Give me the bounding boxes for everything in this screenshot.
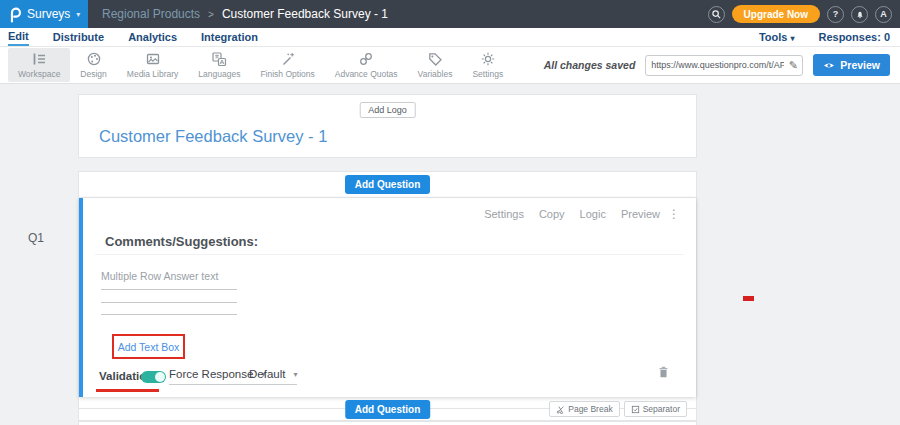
palette-icon [86,51,102,67]
survey-column: Add Logo Customer Feedback Survey - 1 Ad… [78,94,697,425]
survey-url-field[interactable]: https://www.questionpro.com/t/APNrfZ ✎ [645,55,803,76]
image-icon [145,51,161,67]
add-logo-button[interactable]: Add Logo [359,102,416,118]
breadcrumb: Regional Products > Customer Feedback Su… [102,7,388,21]
toolbar-right: All changes saved https://www.questionpr… [544,54,900,76]
question-settings-link[interactable]: Settings [484,208,524,220]
toolbar-item-languages[interactable]: Languages [188,48,250,82]
chevron-down-icon: ▾ [790,34,794,43]
trash-icon [657,364,670,379]
separator-button[interactable]: Separator [624,401,687,417]
answer-row-1[interactable] [101,289,237,290]
checkbox-icon [631,405,640,414]
wand-icon [280,51,296,67]
toolbar-item-settings[interactable]: Settings [462,48,513,82]
question-menu: Settings Copy Logic Preview [484,208,660,220]
breadcrumb-survey-name: Customer Feedback Survey - 1 [222,7,388,21]
chevron-down-icon: ▾ [76,10,80,19]
top-bar: Surveys ▾ Regional Products > Customer F… [0,0,900,28]
toolbar-item-variables[interactable]: Variables [408,48,463,82]
annotation-red-dash [743,296,754,301]
question-text[interactable]: Comments/Suggestions: [105,234,258,249]
notifications-button[interactable] [851,6,868,23]
toolbar-item-advance-quotas[interactable]: Advance Quotas [325,48,408,82]
section-footer: Add Question Page Break [79,397,696,420]
toolbar-item-finish-options[interactable]: Finish Options [250,48,324,82]
toolbar-items: Workspace Design Media Library [0,48,513,82]
breadcrumb-folder[interactable]: Regional Products [102,7,200,21]
nav-right: Tools ▾ Responses: 0 [759,31,890,43]
tab-analytics[interactable]: Analytics [128,28,177,46]
tab-integration[interactable]: Integration [201,28,258,46]
question-card: Settings Copy Logic Preview ⋮ Comments/S… [79,198,696,397]
preview-button[interactable]: Preview [813,54,890,76]
default-dropdown[interactable]: Default ▾ [249,368,297,385]
question-logic-link[interactable]: Logic [580,208,606,220]
question-preview-link[interactable]: Preview [621,208,660,220]
product-switcher[interactable]: Surveys ▾ [0,0,88,28]
annotation-red-underline [96,389,159,392]
breadcrumb-separator: > [208,9,214,20]
search-icon [712,10,721,19]
survey-url: https://www.questionpro.com/t/APNrfZ [646,60,784,70]
tab-distribute[interactable]: Distribute [53,28,104,46]
bell-icon [855,9,865,19]
answer-placeholder[interactable]: Multiple Row Answer text [101,270,218,282]
survey-canvas: Q1 Add Logo Customer Feedback Survey - 1… [0,84,900,425]
answer-row-3[interactable] [101,314,237,315]
question-divider [95,254,684,255]
delete-question-button[interactable] [657,364,670,383]
question-section: Add Question Settings Copy Logic Preview… [78,171,697,421]
tools-menu[interactable]: Tools ▾ [759,31,795,43]
next-section-edge [78,421,697,425]
save-status: All changes saved [544,59,636,71]
survey-nav: Edit Distribute Analytics Integration To… [0,28,900,46]
survey-title[interactable]: Customer Feedback Survey - 1 [99,127,327,146]
edit-url-icon[interactable]: ✎ [784,59,802,72]
editor-toolbar: Workspace Design Media Library [0,46,900,84]
add-text-box-link[interactable]: Add Text Box [118,341,180,353]
links-icon [358,51,374,67]
footer-buttons: Page Break Separator [549,401,687,417]
more-options-icon[interactable]: ⋮ [668,207,680,221]
toggle-knob [155,372,165,382]
survey-header-card: Add Logo Customer Feedback Survey - 1 [78,94,697,158]
questionpro-logo-icon [9,6,22,23]
tab-edit[interactable]: Edit [8,28,29,46]
toolbar-item-design[interactable]: Design [70,48,116,82]
question-number: Q1 [28,231,44,245]
search-button[interactable] [708,6,725,23]
scissors-icon [556,405,565,414]
page-break-button[interactable]: Page Break [549,401,619,417]
chevron-down-icon: ▾ [293,370,297,379]
topbar-actions: Upgrade Now ? A [708,5,900,23]
help-button[interactable]: ? [827,6,844,23]
tag-icon [427,51,443,67]
add-question-button-top[interactable]: Add Question [345,175,431,194]
validation-toggle[interactable] [141,371,166,383]
workspace-icon [31,51,47,67]
questionpro-survey-editor: Surveys ▾ Regional Products > Customer F… [0,0,900,425]
eye-icon [823,61,835,70]
responses-link[interactable]: Responses: 0 [818,31,890,43]
product-label: Surveys [27,7,70,21]
gear-icon [480,51,496,67]
add-question-row-top: Add Question [79,172,696,198]
add-question-button-bottom[interactable]: Add Question [345,400,431,419]
annotation-red-box: Add Text Box [112,334,185,359]
translate-icon [211,51,227,67]
question-copy-link[interactable]: Copy [539,208,565,220]
upgrade-button[interactable]: Upgrade Now [732,5,820,23]
toolbar-item-workspace[interactable]: Workspace [8,48,70,82]
toolbar-item-media-library[interactable]: Media Library [117,48,189,82]
avatar[interactable]: A [875,6,892,23]
answer-row-2[interactable] [101,302,237,303]
